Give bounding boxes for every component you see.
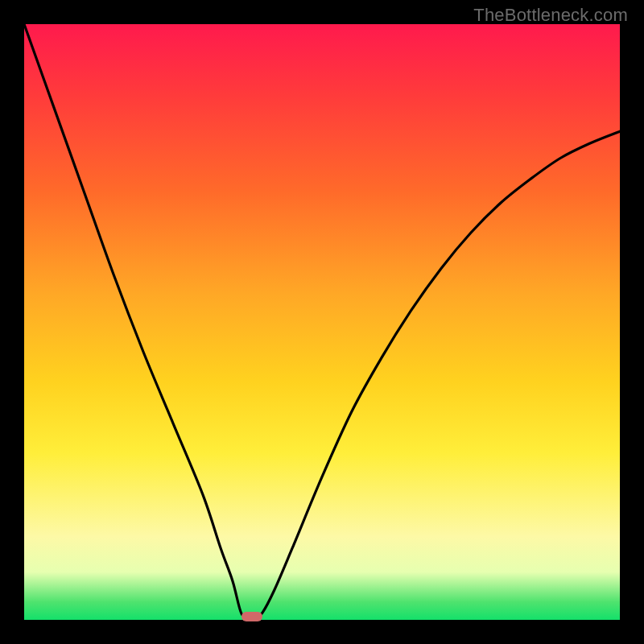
outer-frame: TheBottleneck.com xyxy=(0,0,644,644)
plot-area xyxy=(24,24,620,620)
optimum-marker xyxy=(242,612,262,621)
bottleneck-curve xyxy=(24,24,620,620)
attribution-text: TheBottleneck.com xyxy=(473,5,628,26)
